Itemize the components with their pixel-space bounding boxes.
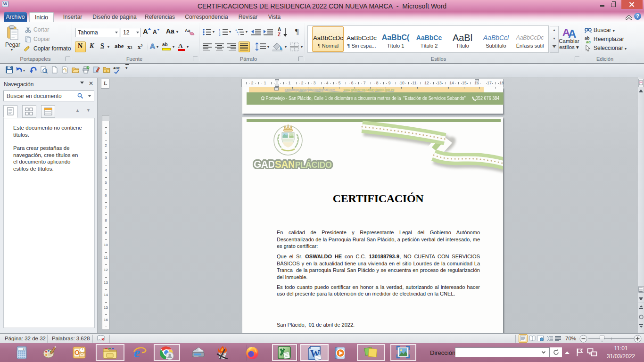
- svg-text:i: i: [238, 33, 239, 36]
- svg-text:O: O: [74, 349, 80, 356]
- svg-text:0: 0: [23, 348, 25, 351]
- svg-text:3: 3: [219, 33, 221, 36]
- svg-text:ABC: ABC: [113, 66, 120, 70]
